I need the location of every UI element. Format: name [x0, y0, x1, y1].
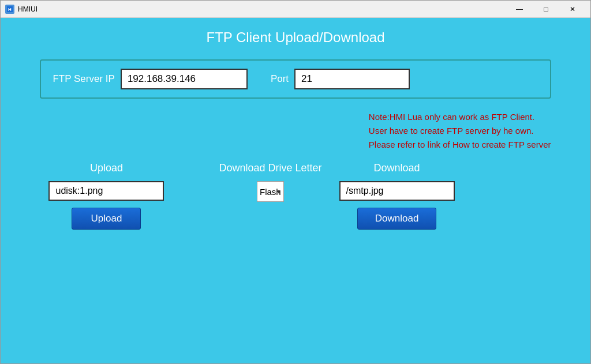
download-area: Download Drive Letter Flash USB Download…: [219, 162, 454, 230]
ip-group: FTP Server IP: [53, 69, 247, 89]
drive-label: Download Drive Letter: [219, 162, 321, 174]
app-icon: H: [5, 5, 14, 14]
server-section: FTP Server IP Port: [40, 59, 551, 99]
port-input[interactable]: [294, 69, 410, 89]
minimize-button[interactable]: —: [506, 1, 533, 18]
ip-input[interactable]: [121, 69, 248, 89]
transfer-section: Upload Upload Download Drive Letter Flas…: [40, 162, 551, 230]
title-bar: H HMIUI — □ ✕: [1, 1, 590, 18]
drive-select[interactable]: Flash USB: [257, 181, 284, 202]
close-button[interactable]: ✕: [559, 1, 586, 18]
maximize-button[interactable]: □: [533, 1, 559, 18]
drive-area: Download Drive Letter Flash USB: [219, 162, 321, 202]
note-line2: User have to create FTP server by he own…: [369, 124, 551, 138]
note-text: Note:HMI Lua only can work as FTP Client…: [369, 110, 551, 152]
note-line1: Note:HMI Lua only can work as FTP Client…: [369, 110, 551, 124]
note-line3: Please refer to link of How to create FT…: [369, 138, 551, 152]
upload-label: Upload: [90, 162, 123, 174]
upload-button[interactable]: Upload: [72, 208, 141, 230]
page-title: FTP Client Upload/Download: [206, 29, 384, 46]
main-window: H HMIUI — □ ✕ FTP Client Upload/Download…: [0, 0, 591, 364]
download-label: Download: [374, 162, 420, 174]
title-bar-controls: — □ ✕: [506, 1, 586, 18]
svg-text:H: H: [8, 7, 12, 12]
download-file-input[interactable]: [339, 181, 455, 201]
upload-area: Upload Upload: [40, 162, 173, 230]
ip-label: FTP Server IP: [53, 73, 114, 85]
port-group: Port: [271, 69, 410, 89]
port-label: Port: [271, 73, 289, 85]
drive-select-container: Flash USB: [257, 181, 284, 202]
note-section: Note:HMI Lua only can work as FTP Client…: [40, 110, 551, 152]
download-file-area: Download Download: [339, 162, 455, 230]
window-title: HMIUI: [18, 5, 506, 13]
upload-file-input[interactable]: [48, 181, 164, 201]
download-button[interactable]: Download: [357, 208, 437, 230]
main-content: FTP Client Upload/Download FTP Server IP…: [1, 18, 590, 363]
